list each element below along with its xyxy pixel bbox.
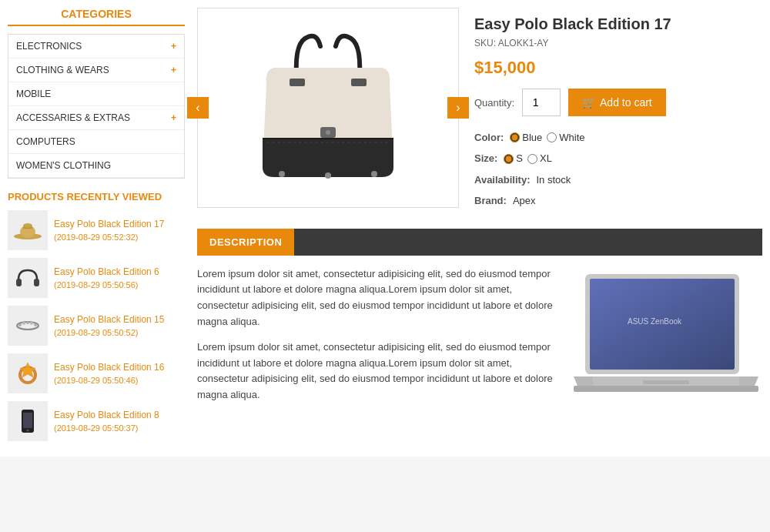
cat-plus-icon: + <box>171 65 176 75</box>
product-price: $15,000 <box>474 58 762 78</box>
description-tab[interactable]: DESCRIPTION <box>197 229 294 256</box>
color-option-white[interactable]: White <box>547 129 584 146</box>
ring-icon <box>12 358 43 389</box>
sidebar: CATEGORIES ELECTRONICS + CLOTHING & WEAR… <box>8 8 185 449</box>
rv-info-4: Easy Polo Black Edition 16 (2019-08-29 0… <box>54 361 164 386</box>
prev-image-button[interactable]: ‹ <box>187 97 209 119</box>
svg-rect-4 <box>16 279 22 286</box>
svg-point-7 <box>18 323 22 326</box>
product-gallery: ‹ <box>197 8 459 213</box>
color-option-blue[interactable]: Blue <box>510 129 542 146</box>
color-row: Color: Blue White <box>474 129 762 146</box>
description-paragraph-2: Lorem ipsum dolor sit amet, consectetur … <box>197 340 557 403</box>
cat-item-electronics[interactable]: ELECTRONICS + <box>8 35 184 59</box>
add-to-cart-label: Add to cart <box>600 96 652 109</box>
svg-text:ASUS ZenBook: ASUS ZenBook <box>628 317 682 326</box>
svg-rect-15 <box>23 413 32 428</box>
rv-link-3[interactable]: Easy Polo Black Edition 15 <box>54 313 164 326</box>
cat-item-womens[interactable]: WOMEN'S CLOTHING <box>8 154 184 178</box>
cat-plus-icon: + <box>171 112 176 123</box>
rv-info-5: Easy Polo Black Edition 8 (2019-08-29 05… <box>54 409 159 433</box>
cat-link-electronics[interactable]: ELECTRONICS + <box>8 35 184 58</box>
svg-point-19 <box>279 171 285 177</box>
svg-rect-22 <box>290 79 305 86</box>
rv-info-1: Easy Polo Black Edition 17 (2019-08-29 0… <box>54 218 164 243</box>
size-radio-xl[interactable] <box>527 154 537 164</box>
rv-link-4[interactable]: Easy Polo Black Edition 16 <box>54 361 164 374</box>
rv-date-3: (2019-08-29 05:50:52) <box>54 328 138 337</box>
svg-rect-23 <box>351 79 367 86</box>
rv-thumb-1 <box>8 210 48 250</box>
availability-label: Availability: <box>474 171 530 189</box>
categories-title: CATEGORIES <box>8 8 185 26</box>
rv-info-2: Easy Polo Black Edition 6 (2019-08-29 05… <box>54 266 159 290</box>
brand-row: Brand: Apex <box>474 192 762 209</box>
cat-link-mobile[interactable]: MOBILE <box>8 82 184 105</box>
cat-item-computers[interactable]: COMPUTERS <box>8 130 184 154</box>
cat-label: ELECTRONICS <box>16 41 82 52</box>
cat-link-womens[interactable]: WOMEN'S CLOTHING <box>8 154 184 177</box>
size-label: Size: <box>474 149 497 167</box>
product-section: ‹ <box>197 8 762 213</box>
svg-point-16 <box>27 430 29 432</box>
svg-rect-32 <box>643 380 689 384</box>
phone-icon <box>12 406 43 437</box>
cat-item-mobile[interactable]: MOBILE <box>8 82 184 106</box>
svg-point-8 <box>22 322 25 325</box>
hat-icon <box>12 215 43 246</box>
rv-info-3: Easy Polo Black Edition 15 (2019-08-29 0… <box>54 313 164 338</box>
svg-point-9 <box>26 321 29 324</box>
svg-point-25 <box>326 130 330 135</box>
cat-item-clothing[interactable]: CLOTHING & WEARS + <box>8 59 184 82</box>
rv-item-1: Easy Polo Black Edition 17 (2019-08-29 0… <box>8 210 185 250</box>
recently-viewed-title: PRODUCTS RECENTLY VIEWED <box>8 191 185 202</box>
color-label: Color: <box>474 129 504 146</box>
cart-icon: 🛒 <box>582 96 595 109</box>
size-options: S XL <box>504 149 552 167</box>
description-content: Lorem ipsum dolor sit amet, consectetur … <box>197 266 762 413</box>
rv-thumb-5 <box>8 401 48 441</box>
description-section: DESCRIPTION Lorem ipsum dolor sit amet, … <box>197 229 762 413</box>
rv-item-5: Easy Polo Black Edition 8 (2019-08-29 05… <box>8 401 185 441</box>
rv-item-2: Easy Polo Black Edition 6 (2019-08-29 05… <box>8 258 185 298</box>
recently-viewed-section: PRODUCTS RECENTLY VIEWED Easy Polo Black… <box>8 191 185 441</box>
brand-value: Apex <box>513 192 536 209</box>
cat-link-clothing[interactable]: CLOTHING & WEARS + <box>8 59 184 82</box>
product-details: Easy Polo Black Edition 17 SKU: ALOKK1-A… <box>474 8 762 213</box>
cat-link-accessories[interactable]: ACCESSARIES & EXTRAS + <box>8 106 184 129</box>
cat-label: MOBILE <box>16 89 51 99</box>
size-radio-s[interactable] <box>504 154 514 164</box>
cat-label: ACCESSARIES & EXTRAS <box>16 112 130 123</box>
rv-date-1: (2019-08-29 05:52:32) <box>54 233 138 242</box>
color-radio-blue[interactable] <box>510 132 520 142</box>
color-radio-white[interactable] <box>547 132 557 142</box>
cat-item-accessories[interactable]: ACCESSARIES & EXTRAS + <box>8 106 184 130</box>
size-option-xl[interactable]: XL <box>527 149 552 167</box>
size-option-s[interactable]: S <box>504 149 523 167</box>
rv-date-4: (2019-08-29 05:50:46) <box>54 376 138 385</box>
cat-link-computers[interactable]: COMPUTERS <box>8 130 184 153</box>
availability-row: Availability: In stock <box>474 171 762 189</box>
add-to-cart-button[interactable]: 🛒 Add to cart <box>568 89 666 116</box>
rv-thumb-2 <box>8 258 48 298</box>
quantity-input[interactable] <box>522 89 561 116</box>
rv-date-5: (2019-08-29 05:50:37) <box>54 423 138 433</box>
brand-label: Brand: <box>474 192 507 209</box>
cat-label: COMPUTERS <box>16 136 75 147</box>
description-paragraph-1: Lorem ipsum dolor sit amet, consectetur … <box>197 266 557 330</box>
product-image <box>243 23 413 192</box>
rv-item-3: Easy Polo Black Edition 15 (2019-08-29 0… <box>8 306 185 346</box>
svg-point-11 <box>34 323 37 326</box>
laptop-svg: ASUS ZenBook <box>570 266 762 405</box>
rv-link-5[interactable]: Easy Polo Black Edition 8 <box>54 409 159 422</box>
desc-bar-fill <box>294 229 762 256</box>
svg-rect-5 <box>34 279 39 286</box>
rv-date-2: (2019-08-29 05:50:56) <box>54 280 138 289</box>
description-header-bar: DESCRIPTION <box>197 229 762 256</box>
svg-rect-30 <box>574 386 758 392</box>
product-title: Easy Polo Black Edition 17 <box>474 15 762 33</box>
rv-link-1[interactable]: Easy Polo Black Edition 17 <box>54 218 164 231</box>
headphones-icon <box>12 263 43 293</box>
next-image-button[interactable]: › <box>447 97 469 119</box>
rv-link-2[interactable]: Easy Polo Black Edition 6 <box>54 266 159 279</box>
